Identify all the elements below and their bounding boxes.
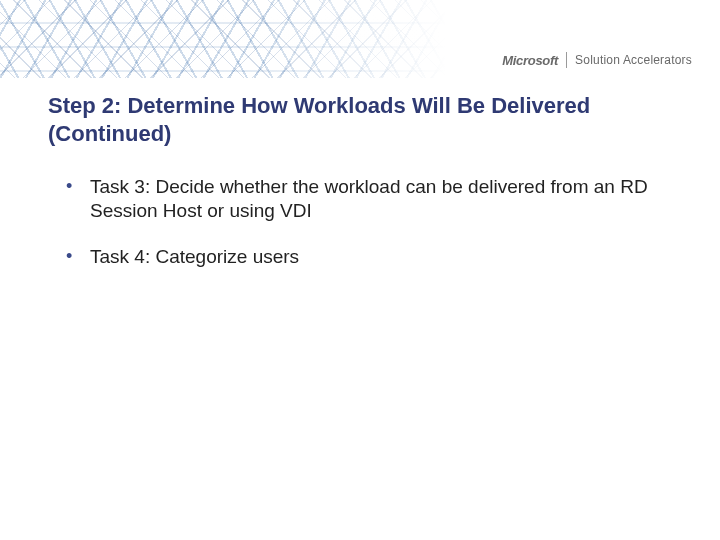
brand-separator — [566, 52, 567, 68]
brand-product: Solution Accelerators — [575, 53, 692, 67]
brand-lockup: Microsoft Solution Accelerators — [502, 52, 692, 68]
slide-title: Step 2: Determine How Workloads Will Be … — [48, 92, 660, 147]
slide-body: Task 3: Decide whether the workload can … — [62, 175, 660, 290]
brand-company: Microsoft — [502, 53, 558, 68]
list-item: Task 3: Decide whether the workload can … — [62, 175, 660, 223]
list-item: Task 4: Categorize users — [62, 245, 660, 269]
bullet-list: Task 3: Decide whether the workload can … — [62, 175, 660, 268]
